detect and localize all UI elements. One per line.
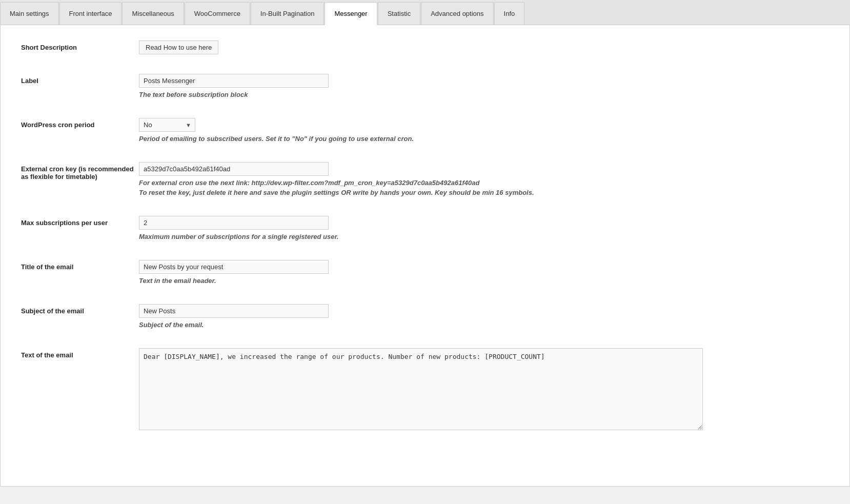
email-subject-control: Subject of the email.: [139, 304, 549, 329]
tab-main-settings[interactable]: Main settings: [0, 2, 59, 25]
email-title-label: Title of the email: [21, 260, 139, 271]
label-field-label: Label: [21, 74, 139, 85]
tab-front-interface[interactable]: Front interface: [59, 2, 122, 25]
tab-advanced-options[interactable]: Advanced options: [421, 2, 493, 25]
tab-in-built-pagination[interactable]: In-Built Pagination: [251, 2, 325, 25]
main-content: Short Description Read How to use here L…: [0, 25, 850, 487]
email-title-input[interactable]: [139, 260, 329, 274]
email-subject-input[interactable]: [139, 304, 329, 318]
email-title-hint: Text in the email header.: [139, 277, 549, 285]
short-description-row: Short Description Read How to use here: [21, 41, 829, 59]
tab-woocommerce[interactable]: WooCommerce: [185, 2, 250, 25]
max-subscriptions-label: Max subscriptions per user: [21, 216, 139, 227]
external-cron-key-input[interactable]: [139, 162, 329, 176]
read-how-to-use-button[interactable]: Read How to use here: [139, 41, 218, 54]
tab-statistic[interactable]: Statistic: [378, 2, 421, 25]
tab-info[interactable]: Info: [494, 2, 525, 25]
email-title-row: Title of the email Text in the email hea…: [21, 260, 829, 290]
external-cron-key-control: For external cron use the next link: htt…: [139, 162, 549, 196]
external-cron-key-hint2: To reset the key, just delete it here an…: [139, 189, 549, 196]
cron-period-select-wrapper: No Hourly Daily Weekly ▼: [139, 118, 195, 132]
email-subject-hint: Subject of the email.: [139, 321, 549, 329]
label-hint: The text before subscription block: [139, 91, 549, 98]
email-text-control: Dear [DISPLAY_NAME], we increased the ra…: [139, 348, 549, 432]
email-subject-label: Subject of the email: [21, 304, 139, 315]
email-title-control: Text in the email header.: [139, 260, 549, 285]
cron-period-hint: Period of emailing to subscribed users. …: [139, 135, 549, 143]
cron-period-select[interactable]: No Hourly Daily Weekly: [139, 118, 195, 132]
email-text-textarea[interactable]: Dear [DISPLAY_NAME], we increased the ra…: [139, 348, 703, 430]
label-input[interactable]: [139, 74, 329, 88]
email-text-row: Text of the email Dear [DISPLAY_NAME], w…: [21, 348, 829, 437]
short-description-label: Short Description: [21, 41, 139, 51]
tab-miscellaneous[interactable]: Miscellaneous: [122, 2, 184, 25]
cron-period-control: No Hourly Daily Weekly ▼ Period of email…: [139, 118, 549, 143]
external-cron-key-hint1: For external cron use the next link: htt…: [139, 179, 549, 187]
email-subject-row: Subject of the email Subject of the emai…: [21, 304, 829, 334]
external-cron-key-row: External cron key (is recommended as fle…: [21, 162, 829, 201]
max-subscriptions-row: Max subscriptions per user Maximum numbe…: [21, 216, 829, 246]
cron-period-row: WordPress cron period No Hourly Daily We…: [21, 118, 829, 148]
max-subscriptions-hint: Maximum number of subscriptions for a si…: [139, 233, 549, 240]
external-cron-key-label: External cron key (is recommended as fle…: [21, 162, 139, 180]
tab-messenger[interactable]: Messenger: [325, 2, 377, 25]
cron-period-label: WordPress cron period: [21, 118, 139, 129]
email-text-label: Text of the email: [21, 348, 139, 359]
label-control: The text before subscription block: [139, 74, 549, 98]
max-subscriptions-control: Maximum number of subscriptions for a si…: [139, 216, 549, 240]
max-subscriptions-input[interactable]: [139, 216, 329, 230]
tabs-bar: Main settings Front interface Miscellane…: [0, 0, 850, 25]
short-description-control: Read How to use here: [139, 41, 549, 54]
label-row: Label The text before subscription block: [21, 74, 829, 104]
